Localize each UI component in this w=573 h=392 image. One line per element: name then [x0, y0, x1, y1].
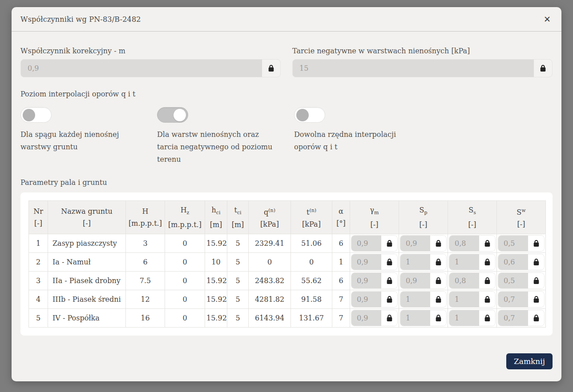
toggle-from-ground-level[interactable] [157, 107, 188, 123]
lock-button[interactable] [528, 273, 544, 288]
cell-ss: 0,8 [448, 272, 497, 290]
cell-name: IIa - Piasek drobny [48, 272, 126, 290]
close-icon[interactable]: ✕ [544, 15, 551, 24]
interpolation-options-row: Dla spągu każdej nienośnej warstwy grunt… [20, 107, 553, 166]
cell-gamma_m: 0,9 [350, 309, 399, 328]
table-section-label: Parametry pala i gruntu [20, 178, 553, 187]
column-header-hz: Hz[m.p.p.t.] [165, 201, 205, 234]
gamma_m-input-group: 0,9 [351, 272, 398, 289]
sp-input-group: 1 [400, 254, 447, 270]
correction-coefficient-input-group [20, 59, 281, 77]
column-header-gamma_m: γm[-] [350, 201, 399, 234]
lock-button[interactable] [528, 254, 544, 270]
lock-icon [532, 295, 541, 304]
toggle-layer-bottom[interactable] [20, 107, 52, 123]
cell-nr: 4 [29, 290, 48, 309]
cell-h: 6 [126, 253, 165, 272]
sp-value: 1 [400, 254, 430, 270]
negative-friction-input[interactable] [293, 60, 534, 77]
lock-button[interactable] [430, 310, 446, 326]
gamma_m-value: 0,9 [351, 254, 381, 270]
cell-tci: 5 [227, 253, 249, 272]
toggle-custom-ordinate[interactable] [294, 107, 325, 123]
sw-input-group: 0,7 [498, 291, 545, 308]
table-row: 4IIIb - Piasek średni12015.9254281.8291.… [29, 290, 546, 309]
lock-button[interactable] [430, 292, 446, 307]
lock-button[interactable] [479, 292, 495, 307]
toggle-layer-bottom-label: Dla spągu każdej nienośnej warstwy grunt… [20, 128, 149, 153]
sw-input-group: 0,6 [498, 254, 545, 270]
lock-button[interactable] [430, 236, 446, 251]
lock-icon [434, 258, 443, 266]
table-header-row: Nr[-]Nazwa gruntu[-]H[m.p.p.t.]Hz[m.p.p.… [29, 201, 546, 234]
lock-icon [434, 276, 443, 285]
lock-button[interactable] [479, 310, 495, 326]
lock-button[interactable] [534, 60, 552, 77]
cell-tci: 5 [227, 309, 249, 328]
sw-value: 0,7 [498, 292, 528, 307]
column-header-h: H[m.p.p.t.] [126, 201, 165, 234]
close-dialog-button[interactable]: Zamknij [506, 353, 553, 369]
lock-icon [483, 258, 492, 266]
lock-button[interactable] [479, 273, 495, 288]
lock-button[interactable] [381, 236, 397, 251]
lock-button[interactable] [430, 254, 446, 270]
cell-qn: 6143.94 [249, 309, 291, 328]
gamma_m-value: 0,9 [351, 292, 381, 307]
cell-sp: 0,9 [399, 272, 448, 290]
cell-tn: 91.58 [291, 290, 332, 309]
cell-tn: 55.62 [291, 272, 332, 290]
lock-button[interactable] [479, 254, 495, 270]
lock-button[interactable] [381, 273, 397, 288]
gamma_m-input-group: 0,9 [351, 291, 398, 308]
negative-friction-label: Tarcie negatywne w warstwach nienośnych … [292, 47, 553, 55]
cell-hz: 0 [165, 234, 205, 253]
gamma_m-input-group: 0,9 [351, 235, 398, 252]
cell-nr: 3 [29, 272, 48, 290]
cell-alpha: 7 [332, 290, 350, 309]
sw-input-group: 0,7 [498, 310, 545, 326]
cell-hci: 15.92 [205, 234, 227, 253]
correction-coefficient-input[interactable] [21, 60, 262, 77]
negative-friction-field: Tarcie negatywne w warstwach nienośnych … [292, 47, 553, 77]
cell-nr: 1 [29, 234, 48, 253]
gamma_m-value: 0,9 [351, 236, 381, 251]
cell-qn: 2329.41 [249, 234, 291, 253]
lock-icon [532, 239, 541, 248]
cell-sw: 0,7 [497, 290, 546, 309]
sp-value: 1 [400, 310, 430, 326]
lock-button[interactable] [528, 292, 544, 307]
toggle-custom-ordinate-label: Dowolna rzędna interpolacji oporów q i t [294, 128, 397, 153]
lock-button[interactable] [381, 310, 397, 326]
cell-gamma_m: 0,9 [350, 253, 399, 272]
ss-value: 1 [449, 254, 479, 270]
cell-name: Ia - Namuł [48, 253, 126, 272]
cell-sp: 1 [399, 253, 448, 272]
lock-icon [539, 64, 547, 72]
sw-input-group: 0,5 [498, 272, 545, 289]
ss-value: 1 [449, 310, 479, 326]
ss-value: 0,8 [449, 273, 479, 288]
column-header-nr: Nr[-] [29, 201, 48, 234]
lock-button[interactable] [528, 310, 544, 326]
column-header-tci: tci[m] [227, 201, 249, 234]
lock-button[interactable] [479, 236, 495, 251]
lock-button[interactable] [381, 254, 397, 270]
lock-icon [434, 314, 443, 322]
cell-tn: 131.67 [291, 309, 332, 328]
cell-sp: 0,9 [399, 234, 448, 253]
cell-alpha: 6 [332, 272, 350, 290]
lock-button[interactable] [430, 273, 446, 288]
lock-button[interactable] [262, 60, 280, 77]
cell-ss: 1 [448, 290, 497, 309]
cell-hz: 0 [165, 290, 205, 309]
cell-hz: 0 [165, 253, 205, 272]
table-row: 3IIa - Piasek drobny7.5015.9252483.8255.… [29, 272, 546, 290]
cell-h: 12 [126, 290, 165, 309]
top-fields-row: Współczynnik korekcyjny - m Tarcie negat… [20, 47, 553, 77]
gamma_m-input-group: 0,9 [351, 254, 398, 270]
lock-button[interactable] [381, 292, 397, 307]
cell-sw: 0,5 [497, 234, 546, 253]
coefficients-dialog: Współczynniki wg PN-83/B-2482 ✕ Współczy… [12, 7, 561, 381]
lock-button[interactable] [528, 236, 544, 251]
